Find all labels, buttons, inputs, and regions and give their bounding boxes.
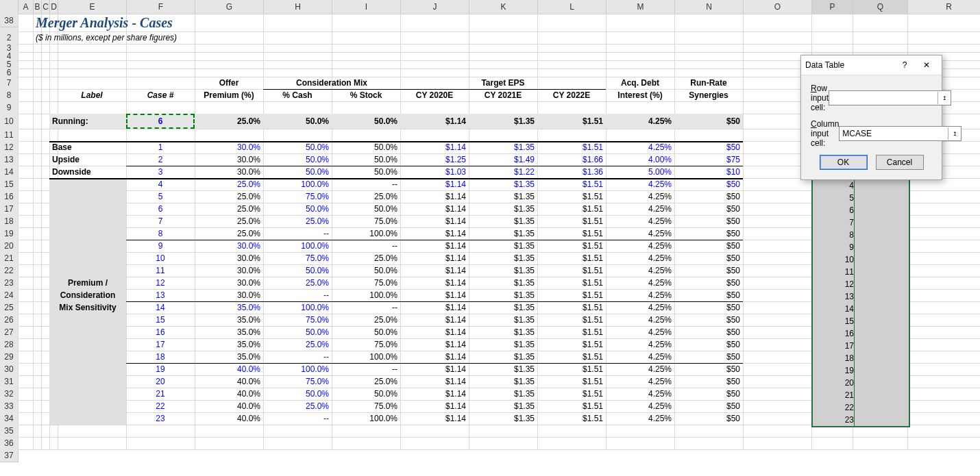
e1-18: $1.14 [400,351,469,363]
int-22: 4.25% [606,400,674,412]
e1-14: $1.14 [400,301,469,314]
row-header-14[interactable]: 14 [0,166,19,179]
row-header-33[interactable]: 33 [0,400,19,413]
row-header-24[interactable]: 24 [0,289,19,302]
premium-1: 30.0% [195,141,263,153]
row-header-26[interactable]: 26 [0,314,19,327]
row-header-16[interactable]: 16 [0,190,19,203]
col-header-D[interactable]: D [50,0,58,14]
col-header-J[interactable]: J [401,0,469,14]
int-4: 4.25% [606,178,674,190]
e3-6: $1.51 [537,203,606,215]
label-sens2: Consideration [49,289,126,301]
row-header-30[interactable]: 30 [0,363,19,376]
col-header-O[interactable]: O [744,0,812,14]
col-input-picker-icon[interactable]: ↥ [948,127,961,140]
row-input-picker-icon[interactable]: ↥ [938,92,951,104]
stock-14: -- [332,301,400,314]
e2-10: $1.35 [469,252,537,264]
stock-19: -- [332,363,400,375]
row-input-cell[interactable] [829,92,938,104]
stock-4: -- [332,178,400,190]
running-int: 4.25% [606,114,674,129]
row-header-36[interactable]: 36 [0,437,19,450]
col-header-B[interactable]: B [34,0,42,14]
row-header-21[interactable]: 21 [0,252,19,265]
row-header-28[interactable]: 28 [0,338,19,351]
int-7: 4.25% [606,215,674,227]
e3-17: $1.51 [537,338,606,351]
row-header-13[interactable]: 13 [0,153,19,166]
col-header-M[interactable]: M [607,0,675,14]
e3-13: $1.51 [537,289,606,301]
running-e3: $1.51 [537,114,606,129]
col-header-C[interactable]: C [42,0,50,14]
hdr-debt: Acq. Debt [606,77,674,89]
row-header-9[interactable]: 9 [0,101,19,114]
row-header-19[interactable]: 19 [0,227,19,240]
row-header-25[interactable]: 25 [0,301,19,314]
row-header-18[interactable]: 18 [0,215,19,228]
row-header-37[interactable]: 37 [0,449,19,462]
row-header-29[interactable]: 29 [0,351,19,364]
row-header-38[interactable]: 38 [0,14,19,27]
row-header-8[interactable]: 8 [0,89,19,102]
col-input-cell[interactable] [840,127,948,140]
row-header-23[interactable]: 23 [0,277,19,290]
cash-19: 100.0% [263,363,332,375]
col-header-G[interactable]: G [195,0,264,14]
col-header-P[interactable]: P [812,0,853,14]
e3-9: $1.51 [537,240,606,252]
row-header-35[interactable]: 35 [0,425,19,438]
col-header-N[interactable]: N [675,0,744,14]
row-header-15[interactable]: 15 [0,178,19,191]
dialog-help-button[interactable]: ? [894,58,916,73]
e1-22: $1.14 [400,400,469,412]
cash-5: 75.0% [263,190,332,203]
e3-18: $1.51 [537,351,606,363]
row-header-12[interactable]: 12 [0,141,19,154]
col-header-Q[interactable]: Q [853,0,908,14]
col-header-E[interactable]: E [58,0,127,14]
col-header-A[interactable]: A [19,0,34,14]
row-header-20[interactable]: 20 [0,240,19,253]
e1-2: $1.25 [400,153,469,166]
sel-index-17: 17 [813,340,858,352]
premium-8: 25.0% [195,227,263,240]
cash-8: -- [263,227,332,240]
e3-10: $1.51 [537,252,606,264]
col-header-F[interactable]: F [127,0,195,14]
row-header-34[interactable]: 34 [0,412,19,425]
col-header-K[interactable]: K [469,0,538,14]
row-header-22[interactable]: 22 [0,264,19,277]
running-cash: 50.0% [263,114,332,129]
stock-17: 75.0% [332,338,400,351]
case-num-22: 22 [126,400,195,412]
stock-11: 50.0% [332,264,400,277]
e3-2: $1.66 [537,153,606,166]
stock-7: 75.0% [332,215,400,227]
row-header-7[interactable]: 7 [0,77,19,90]
row-header-17[interactable]: 17 [0,203,19,216]
e2-4: $1.35 [469,178,537,190]
sel-index-19: 19 [813,364,858,377]
row-header-27[interactable]: 27 [0,326,19,339]
row-header-11[interactable]: 11 [0,129,19,142]
row-header-31[interactable]: 31 [0,375,19,388]
e1-7: $1.14 [400,215,469,227]
col-header-I[interactable]: I [332,0,401,14]
select-all-corner[interactable] [0,0,19,14]
col-input-label: Column input cell: [811,119,839,148]
e3-16: $1.51 [537,326,606,338]
row-header-10[interactable]: 10 [0,114,19,129]
int-5: 4.25% [606,190,674,203]
cancel-button[interactable]: Cancel [876,155,924,170]
col-header-L[interactable]: L [538,0,607,14]
column-headers: ABCDEFGHIJKLMNOPQR [0,0,980,14]
col-header-H[interactable]: H [264,0,332,14]
row-header-32[interactable]: 32 [0,388,19,401]
dialog-close-button[interactable]: ✕ [916,58,938,73]
dialog-titlebar[interactable]: Data Table ? ✕ [801,55,942,75]
ok-button[interactable]: OK [820,155,868,170]
col-header-R[interactable]: R [908,0,980,14]
